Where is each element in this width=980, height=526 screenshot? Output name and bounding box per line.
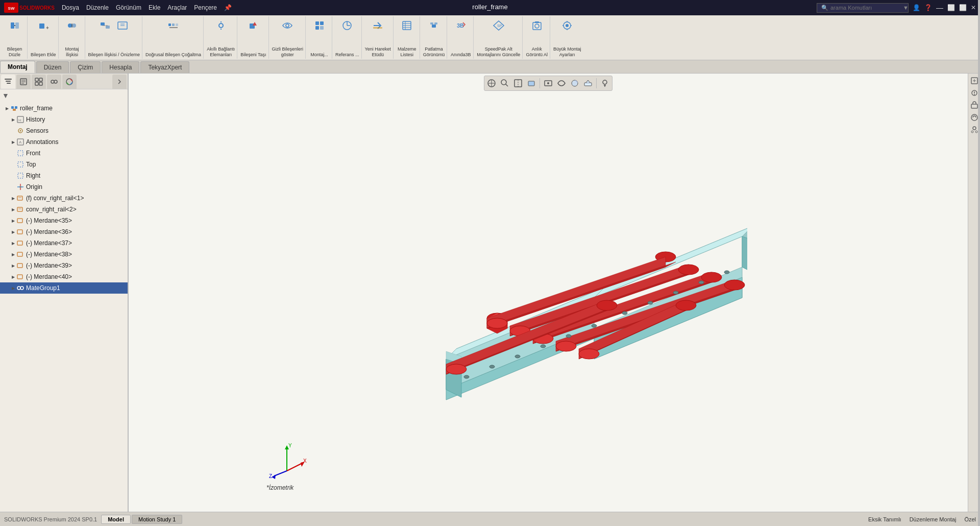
view-scene-icon[interactable] (582, 77, 594, 89)
tree-mategroup1-label: MateGroup1 (26, 284, 60, 292)
tab-hesapla[interactable]: Hesapla (102, 61, 139, 73)
menu-dosya[interactable]: Dosya (59, 3, 82, 12)
tab-cizim[interactable]: Çizim (70, 61, 101, 73)
maximize-button[interactable]: ⬜ (959, 4, 967, 11)
user-icon[interactable]: 👤 (913, 4, 920, 11)
tree-item-merdane38[interactable]: ▶ (-) Merdane<38> (0, 249, 128, 260)
tree-item-mategroup1[interactable]: ▶ MateGroup1 (0, 282, 128, 294)
bilesenduzle-icon[interactable] (7, 17, 23, 34)
tree-item-conv-right-rail-1[interactable]: ▶ (f) conv_right_rail<1> (0, 193, 128, 204)
tasi-label: Bileşeni Taşı (240, 52, 266, 58)
buyukmontaj-icon[interactable] (559, 17, 575, 34)
patlatma-icon[interactable] (426, 17, 442, 34)
tree-item-merdane39[interactable]: ▶ (-) Merdane<39> (0, 260, 128, 271)
montaj-icon[interactable] (64, 17, 80, 34)
referans-icon[interactable] (339, 17, 355, 34)
tree-item-annotations[interactable]: ▶ A Annotations (0, 136, 128, 148)
mategroup-icon (16, 284, 24, 292)
bottom-tab-model[interactable]: Model (101, 515, 131, 524)
panel-tab-feature-tree[interactable] (1, 75, 15, 89)
panel-tab-mates[interactable] (47, 75, 61, 89)
tab-duzen[interactable]: Düzen (36, 61, 69, 73)
svg-rect-3 (15, 22, 19, 29)
tree-item-front[interactable]: ▶ Front (0, 148, 128, 159)
bilesenekle-icon[interactable]: + (35, 17, 52, 34)
tree-merdane40-label: (-) Merdane<40> (26, 273, 72, 280)
menu-araclar[interactable]: Araçlar (164, 3, 190, 12)
view-section-icon[interactable] (512, 77, 524, 89)
bileseniliksi-icon[interactable] (97, 17, 113, 34)
svg-point-150 (464, 375, 469, 378)
bottom-tab-motionstudy[interactable]: Motion Study 1 (132, 515, 182, 524)
svg-point-92 (17, 286, 20, 290)
view-style-icon[interactable] (525, 77, 537, 89)
anlik-label: AnlıkGörüntü Al (526, 46, 548, 58)
tree-item-merdane35[interactable]: ▶ (-) Merdane<35> (0, 215, 128, 226)
buyukmontaj-label: Büyük MontajAyarları (553, 46, 581, 58)
tree-item-merdane36[interactable]: ▶ (-) Merdane<36> (0, 226, 128, 237)
sensors-arrow: ▶ (10, 128, 16, 134)
svg-point-104 (603, 80, 607, 84)
svg-point-181 (975, 131, 977, 133)
aninda3b-icon[interactable]: 3B (453, 17, 469, 34)
tasi-icon[interactable] (245, 17, 261, 34)
model-3d-view[interactable] (129, 74, 968, 512)
search-dropdown-icon[interactable]: ▼ (903, 5, 909, 11)
search-input[interactable] (830, 5, 901, 11)
anlik-icon[interactable] (529, 17, 545, 34)
gizli-icon[interactable] (279, 17, 296, 34)
view-appearance-icon[interactable] (569, 77, 581, 89)
panel-tab-properties[interactable] (16, 75, 31, 89)
view-orient-icon[interactable] (485, 77, 498, 89)
tab-montaj[interactable]: Montaj (0, 61, 35, 73)
tree-item-merdane37[interactable]: ▶ (-) Merdane<37> (0, 237, 128, 249)
baglanti-icon[interactable] (213, 17, 229, 34)
montaj2-icon[interactable] (311, 17, 328, 34)
tree-item-sensors[interactable]: ▶ Sensors (0, 125, 128, 136)
close-button[interactable]: ✕ (971, 4, 976, 11)
panel-splitter[interactable] (978, 0, 980, 526)
onizleme-icon[interactable] (114, 17, 131, 34)
toolbar-group-speedpak: SP SpeedPak AltMontajlarını Güncelle (475, 16, 523, 59)
minimize-button[interactable]: — (936, 4, 943, 12)
tree-root[interactable]: ▶ roller_frame (0, 103, 128, 114)
view-hide-icon[interactable] (555, 77, 568, 89)
title-bar: SW SOLIDWORKS Dosya Düzenle Görünüm Ekle… (0, 0, 980, 15)
mg1-arrow: ▶ (10, 285, 16, 291)
tree-item-origin[interactable]: ▶ Origin (0, 181, 128, 193)
component-icon-m40 (16, 273, 24, 281)
view-zoom-icon[interactable] (499, 77, 511, 89)
menu-ekle[interactable]: Ekle (145, 3, 163, 12)
tree-item-top[interactable]: ▶ Top (0, 159, 128, 170)
tree-item-right[interactable]: ▶ Right (0, 170, 128, 181)
panel-tab-configurations[interactable] (32, 75, 46, 89)
speedpak-icon[interactable]: SP (491, 17, 507, 34)
restore-button[interactable]: ⬜ (947, 4, 955, 11)
tree-item-merdane40[interactable]: ▶ (-) Merdane<40> (0, 271, 128, 282)
menu-duzenle[interactable]: Düzenle (83, 3, 112, 12)
svg-rect-103 (584, 83, 592, 86)
menu-gorunum[interactable]: Görünüm (113, 3, 144, 12)
svg-rect-53 (5, 79, 12, 80)
help-icon[interactable]: ❓ (924, 4, 932, 11)
tree-item-conv-right-rail-2[interactable]: ▶ conv_right_rail<2> (0, 204, 128, 215)
view-lighting-icon[interactable] (599, 77, 611, 89)
dogrusalcogalt-icon[interactable] (165, 17, 182, 34)
hareket-icon[interactable] (370, 17, 386, 34)
viewport[interactable]: Y X Z *İzometrik (129, 74, 968, 512)
svg-rect-63 (39, 82, 42, 85)
left-panel: ▼ ▶ roller_frame ▶ H History (0, 74, 129, 512)
malzeme-icon[interactable] (399, 17, 415, 34)
view-display-icon[interactable] (542, 77, 554, 89)
panel-tab-color[interactable] (62, 75, 77, 89)
svg-point-180 (971, 131, 973, 133)
tab-tekyazxpert[interactable]: TekyazXpert (140, 61, 189, 73)
menu-pençere[interactable]: Pençere (191, 3, 220, 12)
toolbar-group-aninda3b: 3B Anında3B (448, 16, 474, 59)
search-box[interactable]: 🔍 ▼ (817, 3, 909, 13)
svg-text:X: X (303, 458, 307, 464)
svg-point-24 (286, 24, 289, 27)
svg-point-7 (68, 23, 72, 28)
tree-item-history[interactable]: ▶ H History (0, 114, 128, 125)
panel-tab-arrow[interactable] (112, 75, 127, 89)
